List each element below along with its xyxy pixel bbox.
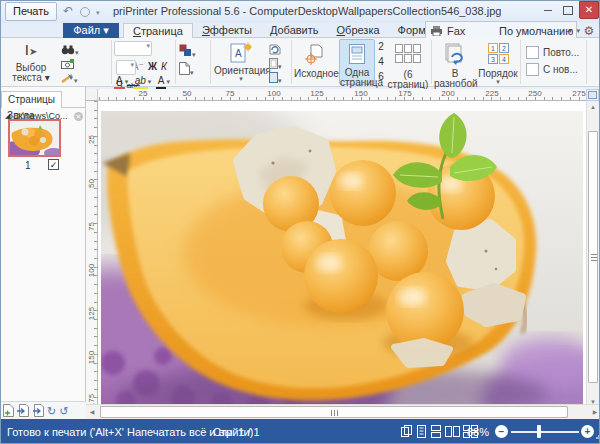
vertical-scrollbar[interactable]: ▲ ▼	[586, 101, 598, 408]
vertical-scroll-thumb[interactable]	[588, 131, 598, 383]
snapshot-button[interactable]	[61, 55, 107, 69]
book-view-icon[interactable]	[400, 425, 413, 438]
tab-effects[interactable]: Эффекты	[193, 23, 261, 38]
refresh-page-button[interactable]	[269, 41, 289, 55]
tab-insert[interactable]: Добавить	[261, 23, 328, 38]
maximize-button[interactable]	[559, 1, 577, 19]
window-title: priPrinter Professional 5.6 - ComputerDe…	[113, 5, 501, 17]
add-page-icon[interactable]	[3, 404, 14, 417]
insert-after-icon[interactable]	[32, 404, 44, 417]
page-enabled-checkbox[interactable]: ✓	[48, 159, 59, 170]
tab-crop[interactable]: Обрезка	[328, 23, 389, 38]
two-pages-view-icon[interactable]	[445, 425, 460, 438]
svg-text:3: 3	[491, 56, 495, 63]
undo-arrow-icon[interactable]: ↺	[59, 404, 68, 418]
six-pages-layout-button[interactable]: (6 страниц) 3 x 2 ▾	[386, 39, 430, 85]
font-group: А⁺А⁻ЖКЧabc А▾ ab▾ А▾	[114, 41, 173, 84]
profile-dropdown-icon: ▾	[576, 27, 580, 35]
continuous-view-icon[interactable]	[430, 425, 442, 438]
font-size-select[interactable]	[116, 60, 136, 75]
insert-before-icon[interactable]	[17, 404, 29, 417]
two-pages-option[interactable]: 2	[377, 39, 385, 54]
ribbon-separator	[291, 40, 292, 84]
scroll-left-icon[interactable]: ◀	[86, 406, 98, 418]
zoom-in-button[interactable]: +	[581, 425, 594, 438]
text-highlight-red-button[interactable]: А	[114, 74, 125, 90]
page-preview[interactable]	[98, 101, 586, 408]
redo-icon[interactable]: ↻	[47, 404, 56, 418]
page-tools-bar: ↻ ↺	[1, 401, 86, 419]
scroll-right-icon[interactable]: ▶	[589, 406, 600, 418]
close-button[interactable]: ✕	[579, 1, 599, 19]
ribbon: I➤ Выбор текста ▾ ▾ ▾ А⁺А⁻ЖКЧabc	[1, 38, 599, 87]
scroll-up-icon[interactable]: ▲	[587, 101, 599, 113]
close-document-icon[interactable]: ✕	[74, 112, 83, 121]
minimize-button[interactable]	[539, 1, 557, 19]
highlight-color-button[interactable]: ab	[133, 74, 148, 90]
panel-tab-pages[interactable]: Страницы	[1, 91, 62, 108]
horizontal-scroll-thumb[interactable]	[100, 406, 568, 418]
page-colors-button[interactable]: ▾	[179, 43, 209, 61]
ribbon-separator	[431, 40, 432, 84]
font-color-button[interactable]: А	[156, 74, 167, 90]
svg-text:A: A	[235, 48, 242, 59]
svg-text:1: 1	[491, 45, 495, 52]
select-text-button[interactable]: I➤ Выбор текста ▾	[5, 39, 57, 85]
priprinter-window: Печать ↶ ▾ priPrinter Professional 5.6 -…	[0, 0, 600, 444]
repeat-checkbox[interactable]: Повто...	[526, 46, 586, 59]
find-tools-column: ▾ ▾	[61, 41, 107, 83]
page-indicator: Стр. 1 / 1	[213, 419, 260, 444]
title-bar: Печать ↶ ▾ priPrinter Professional 5.6 -…	[1, 1, 599, 23]
ribbon-separator	[520, 40, 521, 84]
ruler-corner	[86, 89, 98, 101]
zoom-slider-thumb[interactable]	[537, 425, 541, 438]
font-family-select[interactable]	[114, 41, 152, 56]
six-pages-grid-icon	[386, 41, 430, 70]
order-button[interactable]: 1 2 3 4 Порядок ▾	[478, 39, 518, 85]
font-color-caret[interactable]: ▾	[166, 78, 170, 85]
profile-name: По умолчанию	[499, 25, 573, 37]
page-color-group: ▾ ▾	[179, 43, 209, 79]
measure-button[interactable]: ▾	[61, 69, 107, 83]
shuffle-button[interactable]: В разнобой ▾	[434, 39, 476, 85]
ribbon-separator	[210, 40, 211, 84]
shuffle-pages-icon	[434, 41, 476, 69]
ribbon-tab-row: Файл ▾ Страница Эффекты Добавить Обрезка…	[1, 23, 599, 38]
checkbox-icon	[526, 46, 539, 59]
zoom-out-button[interactable]: −	[495, 425, 508, 438]
page-margins-button[interactable]: ▾	[269, 55, 289, 69]
file-menu-button[interactable]: Файл ▾	[63, 23, 119, 38]
checkbox-icon	[526, 63, 539, 76]
page-border-button[interactable]: ▾	[269, 69, 289, 83]
resize-grip[interactable]	[596, 435, 600, 439]
ruler-options-icon[interactable]	[586, 89, 599, 101]
new-page-checkbox[interactable]: С нов...	[526, 63, 586, 76]
status-bar: Готово к печати ('Alt+X' Напечатать всё …	[1, 419, 599, 444]
ribbon-separator	[586, 40, 587, 84]
customize-toolbar-icon[interactable]: ▾	[96, 9, 100, 17]
zoom-percent: 88%	[467, 419, 489, 444]
undo-icon[interactable]: ↶	[63, 4, 73, 18]
redo-circle-icon[interactable]	[80, 7, 90, 17]
vertical-ruler[interactable]: 25 50 75 100 125 150 175	[86, 101, 98, 408]
settings-gear-icon[interactable]: ⚙	[581, 23, 597, 39]
one-page-icon	[340, 42, 374, 68]
six-pages-option[interactable]: 6	[377, 69, 385, 84]
text-highlight-red-caret[interactable]: ▾	[125, 78, 129, 85]
find-button[interactable]: ▾	[61, 41, 107, 55]
original-layout-icon	[294, 41, 338, 69]
four-pages-option[interactable]: 4	[377, 54, 385, 69]
zoom-slider-track[interactable]	[511, 431, 579, 433]
quick-print-button[interactable]: Печать	[5, 2, 57, 21]
page-thumbnail[interactable]	[8, 119, 61, 157]
horizontal-ruler[interactable]: 25 50 75 100 125 150 175 200 225 250 275	[98, 89, 586, 101]
original-layout-button[interactable]: Исходное	[294, 39, 338, 85]
page-setup-button[interactable]: ▾	[179, 61, 209, 79]
single-page-view-icon[interactable]	[416, 425, 427, 438]
tab-page[interactable]: Страница	[123, 23, 193, 38]
orientation-button[interactable]: A Ориентация ▾	[214, 39, 268, 85]
svg-text:2: 2	[502, 45, 506, 52]
highlight-color-caret[interactable]: ▾	[148, 78, 152, 85]
horizontal-scrollbar[interactable]: ◀ ▶	[86, 404, 600, 419]
one-page-layout-button[interactable]: Одна страница	[339, 39, 375, 85]
